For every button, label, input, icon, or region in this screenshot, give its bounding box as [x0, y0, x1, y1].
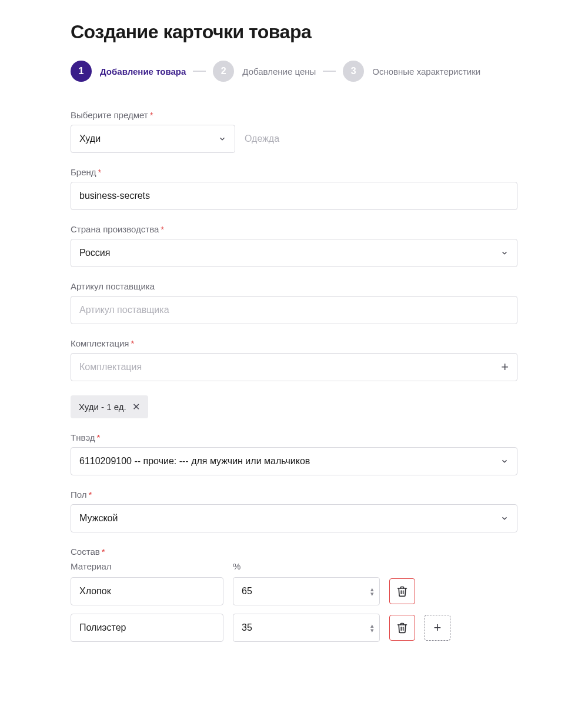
- number-spinner-icon[interactable]: ▴▾: [370, 623, 374, 632]
- step-number: 1: [71, 61, 92, 82]
- add-row-button[interactable]: +: [425, 615, 450, 641]
- tnved-label: Тнвэд*: [71, 432, 517, 442]
- brand-input[interactable]: [71, 182, 517, 210]
- number-spinner-icon[interactable]: ▴▾: [370, 587, 374, 596]
- page-title: Создание карточки товара: [71, 21, 517, 43]
- delete-row-button[interactable]: [389, 578, 415, 604]
- step-separator: [323, 71, 336, 72]
- step-label: Добавление цены: [242, 66, 316, 76]
- country-select[interactable]: Россия: [71, 239, 517, 267]
- brand-label: Бренд*: [71, 167, 517, 177]
- stepper: 1 Добавление товара 2 Добавление цены 3 …: [71, 61, 517, 82]
- composition-row: ▴▾ +: [71, 614, 517, 642]
- tnved-select[interactable]: 6110209100 -- прочие: --- для мужчин или…: [71, 447, 517, 475]
- gender-value: Мужской: [79, 513, 118, 524]
- step-1[interactable]: 1 Добавление товара: [71, 61, 186, 82]
- subject-category-hint: Одежда: [245, 134, 279, 144]
- percent-column-header: %: [233, 561, 240, 571]
- chevron-down-icon: [500, 457, 509, 465]
- step-separator: [193, 71, 206, 72]
- trash-icon: [396, 585, 408, 597]
- kit-chip-label: Худи - 1 ед.: [79, 402, 126, 412]
- kit-placeholder: Комплектация: [79, 362, 142, 372]
- chevron-down-icon: [500, 249, 509, 257]
- step-number: 2: [213, 61, 234, 82]
- subject-value: Худи: [79, 134, 101, 144]
- supplier-sku-label: Артикул поставщика: [71, 281, 517, 291]
- close-icon[interactable]: ✕: [132, 401, 140, 412]
- delete-row-button[interactable]: [389, 615, 415, 641]
- subject-select[interactable]: Худи: [71, 125, 235, 153]
- step-3[interactable]: 3 Основные характеристики: [343, 61, 480, 82]
- material-input[interactable]: [71, 577, 223, 605]
- percent-input[interactable]: [233, 614, 380, 642]
- kit-input[interactable]: Комплектация +: [71, 353, 517, 381]
- composition-row: ▴▾: [71, 577, 517, 605]
- country-value: Россия: [79, 248, 110, 258]
- gender-label: Пол*: [71, 489, 517, 499]
- country-label: Страна производства*: [71, 224, 517, 234]
- material-input[interactable]: [71, 614, 223, 642]
- step-label: Добавление товара: [100, 66, 186, 76]
- step-label: Основные характеристики: [372, 66, 480, 76]
- chevron-down-icon: [218, 135, 226, 143]
- chevron-down-icon: [500, 514, 509, 522]
- trash-icon: [396, 622, 408, 634]
- step-number: 3: [343, 61, 364, 82]
- plus-icon: +: [434, 620, 442, 635]
- percent-input[interactable]: [233, 577, 380, 605]
- gender-select[interactable]: Мужской: [71, 504, 517, 532]
- composition-label: Состав*: [71, 547, 517, 557]
- material-column-header: Материал: [71, 561, 223, 571]
- kit-label: Комплектация*: [71, 338, 517, 348]
- plus-icon[interactable]: +: [501, 359, 509, 375]
- kit-chip: Худи - 1 ед. ✕: [71, 395, 148, 418]
- step-2[interactable]: 2 Добавление цены: [213, 61, 316, 82]
- tnved-value: 6110209100 -- прочие: --- для мужчин или…: [79, 456, 310, 467]
- supplier-sku-input[interactable]: [71, 296, 517, 324]
- subject-label: Выберите предмет*: [71, 110, 517, 120]
